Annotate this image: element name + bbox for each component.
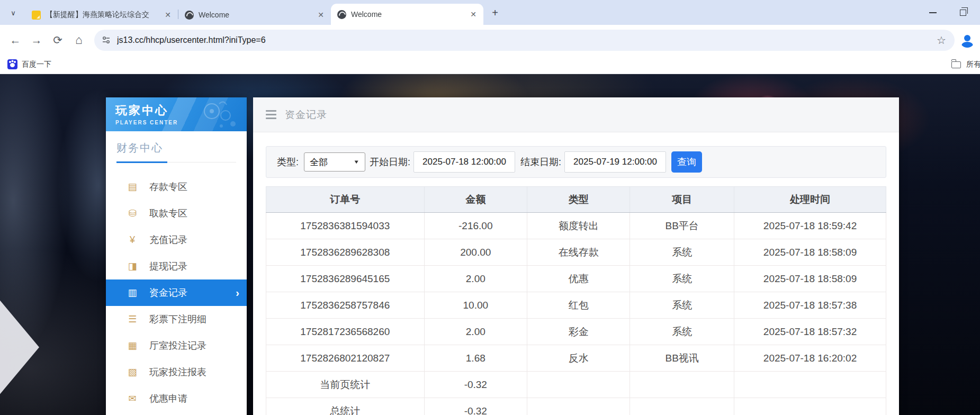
reload-icon[interactable]: ⟳ [49, 31, 67, 49]
back-icon[interactable]: ← [6, 31, 24, 49]
window-minimize-icon[interactable] [929, 12, 937, 13]
sidebar-item-5[interactable]: ☰彩票下注明细› [106, 306, 247, 332]
forward-icon[interactable]: → [28, 31, 46, 49]
table-header-cell: 类型 [527, 187, 630, 213]
table-row: 1752836381594033-216.00额度转出BB平台2025-07-1… [266, 213, 886, 239]
table-cell: 2.00 [424, 266, 527, 292]
table-cell: 当前页统计 [266, 372, 425, 398]
table-cell: 优惠 [527, 266, 630, 292]
bookmark-baidu[interactable]: 百度一下 [7, 59, 51, 69]
tab-close-icon[interactable]: ✕ [163, 10, 173, 20]
sidebar-header: 玩家中心 PLAYERS CENTER [106, 97, 247, 131]
browser-toolbar: ← → ⟳ ⌂ js13.cc/hhcp/usercenter.html?ini… [0, 25, 980, 55]
table-header-row: 订单号金额类型项目处理时间 [266, 187, 886, 213]
table-cell: 2025-07-18 18:57:38 [734, 292, 886, 319]
table-cell [630, 372, 734, 398]
forum-favicon-icon [32, 11, 41, 20]
window-restore-icon[interactable] [960, 10, 966, 16]
table-cell: 2025-07-18 16:20:02 [734, 345, 886, 372]
url-text[interactable]: js13.cc/hhcp/usercenter.html?iniType=6 [117, 35, 936, 45]
sidebar-item-label: 资金记录 [149, 286, 236, 299]
sidebar-item-2[interactable]: ¥充值记录› [106, 227, 247, 253]
table-cell: -0.32 [424, 372, 527, 398]
sidebar-item-1[interactable]: ⛁取款专区› [106, 200, 247, 227]
table-summary-row: 总统计-0.32 [266, 398, 886, 415]
sidebar-item-label: 取款专区 [149, 207, 239, 220]
table-header-cell: 项目 [630, 187, 734, 213]
address-bar[interactable]: js13.cc/hhcp/usercenter.html?iniType=6 ☆ [94, 30, 955, 51]
tab-close-icon[interactable]: ✕ [469, 10, 478, 19]
sidebar-item-label: 彩票下注明细 [149, 313, 239, 326]
table-cell: 2025-07-18 18:58:09 [734, 266, 886, 292]
end-date-input[interactable] [564, 151, 666, 173]
baidu-paw-icon [7, 59, 17, 69]
table-row: 17528172365682602.00彩金系统2025-07-18 18:57… [266, 319, 886, 345]
panel-body: 类型: 全部 ▼ 开始日期: 结束日期: 查询 订单号金额类型项目处理时间 17… [253, 132, 899, 415]
table-cell: -216.00 [424, 213, 527, 239]
sidebar-item-0[interactable]: ▤存款专区› [106, 174, 247, 200]
bookmarks-bar: 百度一下 所有书签 [0, 55, 980, 74]
tab-search-chevron-icon[interactable]: ∨ [5, 5, 21, 21]
tab-close-icon[interactable]: ✕ [316, 10, 326, 20]
end-date-label: 结束日期: [520, 156, 561, 168]
table-cell: 2025-07-18 18:59:42 [734, 213, 886, 239]
tab-title: Welcome [199, 11, 316, 19]
table-header-cell: 处理时间 [734, 187, 886, 213]
sidebar-item-label: 玩家投注报表 [149, 366, 239, 378]
sidebar-item-label: 优惠申请 [149, 392, 239, 405]
new-tab-button[interactable]: + [488, 5, 502, 20]
sidebar-item-3[interactable]: ◨提现记录› [106, 253, 247, 279]
sidebar-item-4[interactable]: ▥资金记录› [106, 279, 247, 306]
start-date-input[interactable] [413, 151, 515, 173]
bookmarks-folder-icon [951, 61, 961, 68]
sidebar-item-6[interactable]: ▦厅室投注记录› [106, 332, 247, 359]
site-settings-icon[interactable] [102, 35, 111, 44]
hamburger-menu-icon[interactable] [266, 110, 276, 119]
page-background: 玩家中心 PLAYERS CENTER 财务中心 ▤存款专区›⛁取款专区›¥充值… [0, 74, 980, 415]
table-cell: 1752826802120827 [266, 345, 425, 372]
bookmark-star-icon[interactable]: ☆ [936, 34, 947, 47]
finance-section-title: 财务中心 [116, 141, 236, 161]
page-title: 资金记录 [285, 108, 327, 122]
filter-bar: 类型: 全部 ▼ 开始日期: 结束日期: 查询 [266, 146, 886, 178]
sidebar-subtitle: PLAYERS CENTER [115, 120, 247, 125]
table-row: 1752836289628308200.00在线存款系统2025-07-18 1… [266, 239, 886, 266]
recharge-moneybag-icon: ¥ [126, 234, 139, 246]
table-row: 17528268021208271.68反水BB视讯2025-07-18 16:… [266, 345, 886, 372]
table-cell: -0.32 [424, 398, 527, 415]
table-cell: 反水 [527, 345, 630, 372]
table-cell: 总统计 [266, 398, 425, 415]
browser-tab-bar: ∨ 【新提醒】海燕策略论坛综合交 ✕ Welcome ✕ Welcome ✕ + [0, 0, 980, 25]
panel-title-row: 资金记录 [253, 97, 899, 132]
type-select-value: 全部 [310, 156, 328, 168]
tab-welcome-2-active[interactable]: Welcome ✕ [331, 4, 483, 25]
tab-forum[interactable]: 【新提醒】海燕策略论坛综合交 ✕ [25, 5, 178, 25]
sidebar-item-7[interactable]: ▧玩家投注报表› [106, 359, 247, 385]
table-row: 175283625875784610.00红包系统2025-07-18 18:5… [266, 292, 886, 319]
sidebar-item-label: 厅室投注记录 [149, 339, 239, 352]
table-cell: 2.00 [424, 319, 527, 345]
table-cell: 1.68 [424, 345, 527, 372]
sidebar-title: 玩家中心 [115, 103, 247, 119]
search-button[interactable]: 查询 [671, 151, 702, 173]
section-divider [116, 161, 236, 163]
table-cell [527, 372, 630, 398]
deposit-card-icon: ▤ [126, 181, 139, 193]
sidebar-item-label: 存款专区 [149, 181, 239, 193]
profile-avatar-icon[interactable] [960, 33, 975, 48]
table-cell: 2025-07-18 18:57:32 [734, 319, 886, 345]
table-cell [734, 398, 886, 415]
tab-welcome-1[interactable]: Welcome ✕ [178, 5, 331, 25]
sidebar-item-8[interactable]: ✉优惠申请› [106, 385, 247, 412]
type-select[interactable]: 全部 ▼ [304, 152, 365, 172]
sidebar-item-label: 提现记录 [149, 260, 239, 273]
sidebar-item-label: 充值记录 [149, 233, 239, 246]
main-panel: 资金记录 类型: 全部 ▼ 开始日期: 结束日期: 查询 订单号金额类型项目处理… [253, 97, 899, 415]
sidebar-menu: ▤存款专区›⛁取款专区›¥充值记录›◨提现记录›▥资金记录›☰彩票下注明细›▦厅… [106, 174, 247, 412]
table-summary-row: 当前页统计-0.32 [266, 372, 886, 398]
promo-apply-envelope-icon: ✉ [126, 393, 139, 404]
home-icon[interactable]: ⌂ [70, 31, 88, 49]
all-bookmarks-area[interactable]: 所有书签 [946, 55, 980, 74]
finance-section: 财务中心 [106, 131, 247, 163]
table-cell: 额度转出 [527, 213, 630, 239]
